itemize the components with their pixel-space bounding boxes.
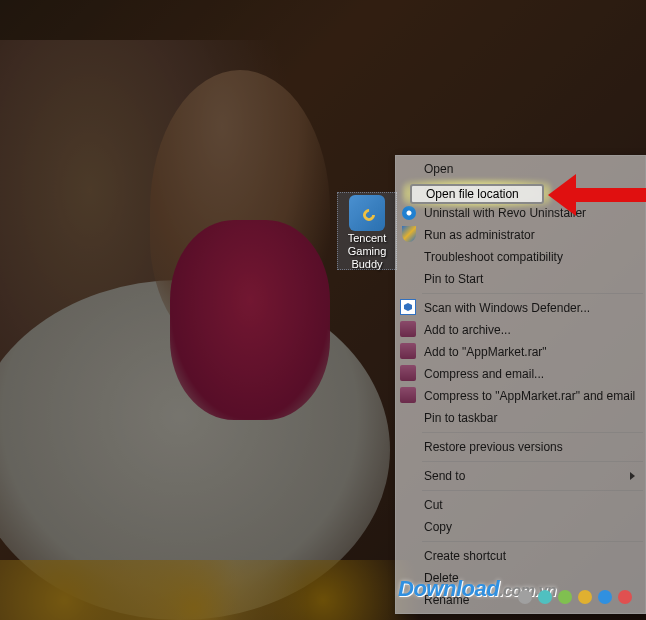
winrar-icon [400, 365, 416, 381]
dot [518, 590, 532, 604]
context-menu: Open Open file location Uninstall with R… [395, 155, 646, 614]
annotation-arrow [548, 174, 646, 216]
dot [578, 590, 592, 604]
dot [618, 590, 632, 604]
menu-create-shortcut[interactable]: Create shortcut [396, 545, 645, 567]
winrar-icon [400, 387, 416, 403]
menu-compress-email[interactable]: Compress and email... [396, 363, 645, 385]
menu-copy[interactable]: Copy [396, 516, 645, 538]
defender-icon [400, 299, 416, 315]
menu-separator [422, 432, 643, 433]
menu-run-as-admin[interactable]: Run as administrator [396, 224, 645, 246]
menu-separator [422, 490, 643, 491]
dot [558, 590, 572, 604]
winrar-icon [400, 321, 416, 337]
menu-separator [422, 541, 643, 542]
menu-restore-versions[interactable]: Restore previous versions [396, 436, 645, 458]
dot [598, 590, 612, 604]
winrar-icon [400, 343, 416, 359]
menu-add-appmarket[interactable]: Add to "AppMarket.rar" [396, 341, 645, 363]
dot [538, 590, 552, 604]
color-dots [518, 590, 632, 604]
menu-add-archive[interactable]: Add to archive... [396, 319, 645, 341]
menu-pin-start[interactable]: Pin to Start [396, 268, 645, 290]
menu-separator [422, 461, 643, 462]
chevron-right-icon [630, 472, 635, 480]
menu-pin-taskbar[interactable]: Pin to taskbar [396, 407, 645, 429]
menu-scan-defender[interactable]: Scan with Windows Defender... [396, 297, 645, 319]
menu-send-to[interactable]: Send to [396, 465, 645, 487]
desktop-icon-tencent-gaming-buddy[interactable]: Tencent Gaming Buddy [337, 192, 397, 270]
menu-troubleshoot[interactable]: Troubleshoot compatibility [396, 246, 645, 268]
icon-label: Tencent Gaming Buddy [338, 232, 396, 271]
shield-icon [402, 226, 416, 242]
menu-separator [422, 293, 643, 294]
menu-compress-appmarket-email[interactable]: Compress to "AppMarket.rar" and email [396, 385, 645, 407]
app-icon [349, 195, 385, 231]
highlight-open-file-location[interactable]: Open file location [410, 184, 544, 204]
menu-cut[interactable]: Cut [396, 494, 645, 516]
